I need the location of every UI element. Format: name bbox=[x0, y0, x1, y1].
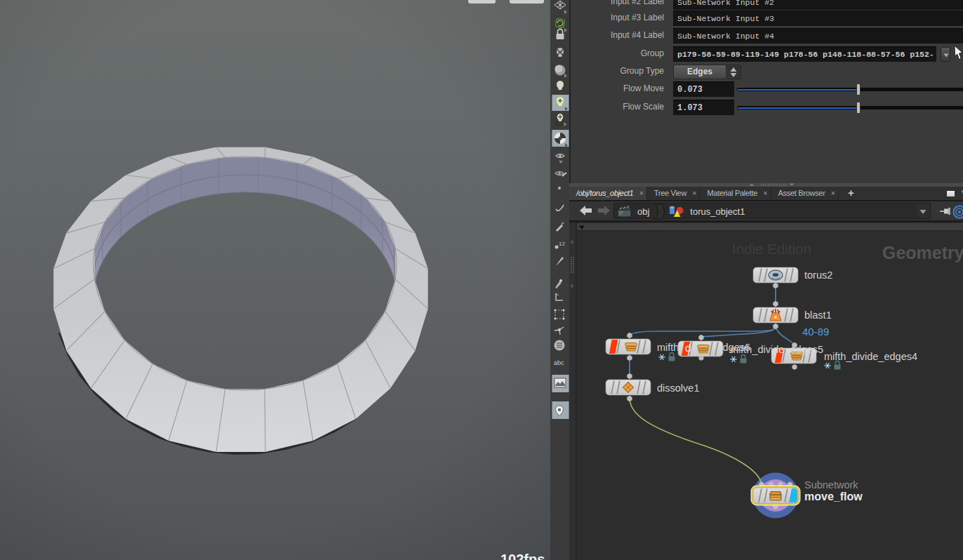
svg-text:mifth_divide_edges4: mifth_divide_edges4 bbox=[824, 351, 917, 362]
svg-text:Geometry: Geometry bbox=[882, 243, 963, 262]
svg-text:102fps: 102fps bbox=[500, 552, 545, 560]
svg-text:torus2: torus2 bbox=[804, 269, 832, 281]
svg-text:d: d bbox=[685, 342, 691, 354]
svg-text:dissolve1: dissolve1 bbox=[657, 382, 699, 394]
svg-text:Indie Edition: Indie Edition bbox=[732, 241, 811, 257]
svg-text:blast1: blast1 bbox=[804, 309, 832, 321]
svg-text:move_flow: move_flow bbox=[804, 491, 863, 502]
svg-text:Subnetwork: Subnetwork bbox=[804, 479, 858, 491]
svg-text:40-89: 40-89 bbox=[802, 326, 829, 338]
svg-text:12: 12 bbox=[559, 241, 565, 247]
svg-text:abc: abc bbox=[554, 359, 564, 366]
svg-text:mifth_divide_edges5: mifth_divide_edges5 bbox=[730, 344, 823, 355]
